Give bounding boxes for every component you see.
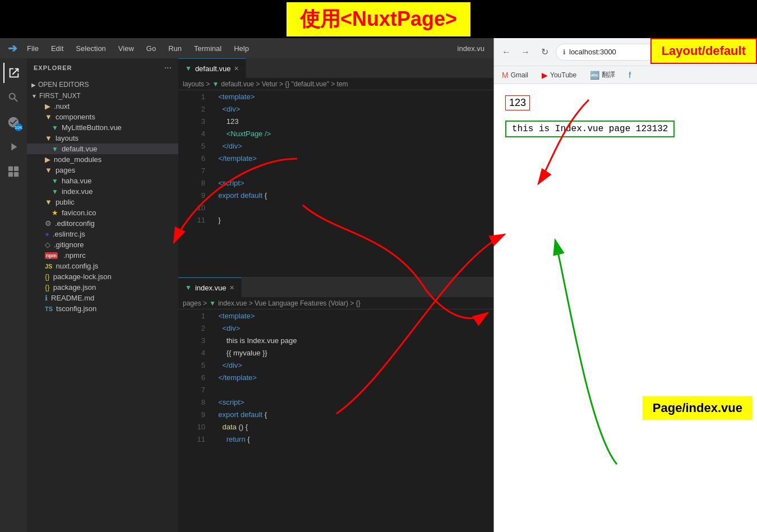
- bookmark-youtube[interactable]: ▶ YouTube: [538, 68, 580, 82]
- url-text: localhost:3000: [569, 48, 616, 56]
- refresh-button[interactable]: ↻: [537, 44, 552, 60]
- folder-icon-pages: ▼: [45, 166, 52, 174]
- index-vue-label: index.vue: [62, 187, 93, 196]
- nuxt-label: .nuxt: [54, 102, 70, 110]
- menu-edit[interactable]: Edit: [45, 42, 69, 55]
- banner-label: 使用<NuxtPage>: [287, 2, 470, 36]
- bookmark-translate[interactable]: 🔤 翻譯: [587, 68, 618, 82]
- first-nuxt-section: ▼ FIRST_NUXT ▶ .nuxt ▼ components ▼ MyL: [27, 91, 178, 314]
- tab-index-vue[interactable]: ▼ index.vue ×: [178, 277, 242, 297]
- tree-nuxt-config[interactable]: JS nuxt.config.js: [27, 261, 178, 271]
- badge-10k: 10K: [15, 123, 22, 131]
- vscode-logo: ➔: [4, 40, 20, 56]
- menu-go[interactable]: Go: [141, 42, 161, 55]
- tree-node-modules[interactable]: ▶ node_modules: [27, 154, 178, 165]
- node-modules-label: node_modules: [54, 155, 101, 164]
- open-editors-label: OPEN EDITORS: [38, 81, 89, 89]
- tree-readme[interactable]: ℹ README.md: [27, 293, 178, 303]
- eslintrc-label: .eslintrc.js: [53, 230, 85, 238]
- search-icon[interactable]: [3, 87, 24, 108]
- page-annotation-text: Page/index.vue: [653, 401, 742, 415]
- vue-icon-button: ▼: [52, 124, 58, 132]
- svg-rect-3: [14, 172, 19, 177]
- browser-panel: ← → ↻ ℹ localhost:3000 M Gmail ▶ YouTube…: [493, 38, 757, 532]
- tree-public-folder[interactable]: ▼ public: [27, 197, 178, 207]
- tree-editorconfig[interactable]: ⚙ .editorconfig: [27, 218, 178, 229]
- code-line-b6: 6 </template>: [178, 373, 493, 386]
- vue-icon-index: ▼: [52, 188, 58, 196]
- breadcrumb-vue-icon-2: ▼: [209, 299, 216, 307]
- eslint-icon: ●: [45, 230, 49, 238]
- code-line-5: 5 </div>: [178, 142, 493, 154]
- source-control-icon[interactable]: 10K: [3, 112, 24, 132]
- code-line-4: 4 <NuxtPage />: [178, 129, 493, 142]
- menu-terminal[interactable]: Terminal: [188, 42, 227, 55]
- run-icon[interactable]: [3, 137, 24, 157]
- page-number-box: 123: [505, 95, 530, 110]
- extensions-icon[interactable]: [3, 161, 24, 182]
- code-line-b2: 2 <div>: [178, 324, 493, 336]
- vue-icon-tab: ▼: [185, 64, 192, 72]
- translate-icon: 🔤: [590, 71, 599, 80]
- breadcrumb-index-vue: index.vue > Vue Language Features (Volar…: [218, 299, 361, 307]
- gmail-label: Gmail: [511, 71, 528, 79]
- tree-gitignore[interactable]: ◇ .gitignore: [27, 239, 178, 250]
- favicon-icon: ★: [52, 209, 58, 217]
- folder-icon-public: ▼: [45, 198, 52, 206]
- code-line-1: 1 <template>: [178, 92, 493, 105]
- editor-top: ▼ default.vue × layouts > ▼ default.vue …: [178, 58, 493, 277]
- tree-package-lock[interactable]: {} package-lock.json: [27, 271, 178, 282]
- breadcrumb-bottom-text: pages >: [183, 299, 207, 307]
- open-editors-header[interactable]: ▶ OPEN EDITORS: [27, 80, 178, 90]
- tree-tsconfig[interactable]: TS tsconfig.json: [27, 303, 178, 314]
- tab-close-index[interactable]: ×: [230, 283, 234, 292]
- tree-index-vue[interactable]: ▼ index.vue: [27, 186, 178, 197]
- tree-pages-folder[interactable]: ▼ pages: [27, 165, 178, 175]
- tab-close-default[interactable]: ×: [234, 64, 239, 73]
- code-line-b11: 11 return {: [178, 435, 493, 447]
- tree-package-json[interactable]: {} package.json: [27, 282, 178, 293]
- menu-selection[interactable]: Selection: [70, 42, 111, 55]
- first-nuxt-header[interactable]: ▼ FIRST_NUXT: [27, 91, 178, 101]
- code-line-11: 11 }: [178, 216, 493, 228]
- svg-rect-2: [8, 172, 13, 177]
- package-lock-label: package-lock.json: [53, 272, 112, 281]
- tree-favicon[interactable]: ★ favicon.ico: [27, 207, 178, 218]
- svg-rect-1: [14, 166, 19, 171]
- tree-haha-vue[interactable]: ▼ haha.vue: [27, 175, 178, 186]
- bookmark-facebook[interactable]: f: [625, 68, 634, 82]
- tree-npmrc[interactable]: npm .npmrc: [27, 250, 178, 261]
- menu-file[interactable]: File: [21, 42, 44, 55]
- svg-rect-0: [8, 166, 13, 171]
- vscode-window: ➔ File Edit Selection View Go Run Termin…: [0, 38, 493, 532]
- code-block-top[interactable]: 1 <template> 2 <div> 3 123: [178, 90, 493, 277]
- tree-mylittlebutton[interactable]: ▼ MyLittleButton.vue: [27, 122, 178, 133]
- public-label: public: [56, 198, 75, 206]
- index-content-box: this is Index.vue page 123132: [505, 121, 675, 137]
- menu-help[interactable]: Help: [228, 42, 255, 55]
- menu-view[interactable]: View: [113, 42, 140, 55]
- top-banner: 使用<NuxtPage>: [0, 0, 757, 38]
- tree-default-vue[interactable]: ▼ default.vue: [27, 144, 178, 154]
- tree-eslintrc[interactable]: ● .eslintrc.js: [27, 229, 178, 239]
- tree-components-folder[interactable]: ▼ components: [27, 112, 178, 122]
- js-icon-nuxt: JS: [45, 263, 52, 270]
- menu-run[interactable]: Run: [163, 42, 187, 55]
- tsconfig-label: tsconfig.json: [56, 304, 96, 313]
- npm-icon: npm: [45, 252, 58, 259]
- code-line-10: 10: [178, 203, 493, 216]
- tree-nuxt-folder[interactable]: ▶ .nuxt: [27, 101, 178, 112]
- layout-annotation: Layout/default: [650, 38, 757, 64]
- first-nuxt-label: FIRST_NUXT: [39, 92, 81, 100]
- sidebar-more-button[interactable]: ···: [164, 63, 172, 73]
- tree-layouts-folder[interactable]: ▼ layouts: [27, 133, 178, 144]
- back-button[interactable]: ←: [498, 44, 514, 60]
- explorer-icon[interactable]: [3, 63, 24, 83]
- bookmark-gmail[interactable]: M Gmail: [498, 68, 532, 82]
- favicon-label: favicon.ico: [62, 209, 96, 217]
- breadcrumb-bottom: pages > ▼ index.vue > Vue Language Featu…: [178, 297, 493, 309]
- forward-button[interactable]: →: [518, 44, 533, 60]
- tab-default-vue[interactable]: ▼ default.vue ×: [178, 58, 246, 78]
- code-block-bottom[interactable]: 1 <template> 2 <div> 3 this is Index.vue…: [178, 309, 493, 532]
- code-line-b3: 3 this is Index.vue page: [178, 336, 493, 349]
